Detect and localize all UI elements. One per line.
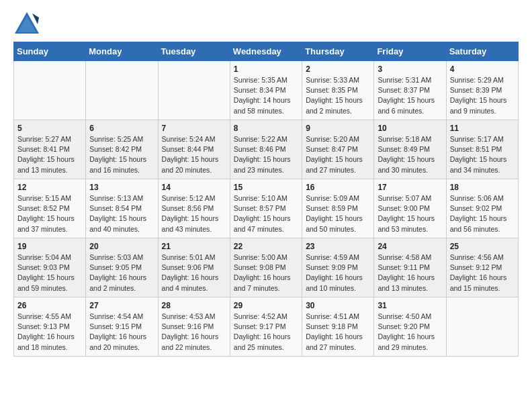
week-row-2: 5Sunrise: 5:27 AM Sunset: 8:41 PM Daylig… [14,120,519,179]
cell-content: Sunrise: 5:13 AM Sunset: 8:54 PM Dayligh… [89,193,154,234]
calendar-cell: 27Sunrise: 4:54 AM Sunset: 9:15 PM Dayli… [86,298,158,357]
day-number: 31 [378,301,442,310]
svg-marker-2 [32,13,39,24]
calendar-cell: 6Sunrise: 5:25 AM Sunset: 8:42 PM Daylig… [86,120,158,179]
page: SundayMondayTuesdayWednesdayThursdayFrid… [0,0,532,367]
weekday-header-sunday: Sunday [14,42,86,61]
calendar-cell [158,61,230,120]
day-number: 28 [162,301,226,310]
day-number: 2 [306,64,370,74]
day-number: 4 [450,64,515,74]
day-number: 8 [234,124,298,133]
calendar-cell: 31Sunrise: 4:50 AM Sunset: 9:20 PM Dayli… [374,298,446,357]
cell-content: Sunrise: 4:51 AM Sunset: 9:18 PM Dayligh… [306,312,370,353]
calendar-cell [446,298,518,357]
cell-content: Sunrise: 5:20 AM Sunset: 8:47 PM Dayligh… [306,134,370,175]
calendar-cell: 5Sunrise: 5:27 AM Sunset: 8:41 PM Daylig… [14,120,86,179]
day-number: 24 [378,242,442,251]
day-number: 21 [162,242,226,251]
day-number: 14 [162,183,226,192]
calendar-cell: 8Sunrise: 5:22 AM Sunset: 8:46 PM Daylig… [230,120,302,179]
cell-content: Sunrise: 5:10 AM Sunset: 8:57 PM Dayligh… [234,193,298,234]
calendar-cell: 19Sunrise: 5:04 AM Sunset: 9:03 PM Dayli… [14,238,86,298]
day-number: 18 [450,183,515,192]
cell-content: Sunrise: 5:18 AM Sunset: 8:49 PM Dayligh… [378,134,442,175]
calendar-cell: 14Sunrise: 5:12 AM Sunset: 8:56 PM Dayli… [158,179,230,238]
cell-content: Sunrise: 4:55 AM Sunset: 9:13 PM Dayligh… [17,312,82,353]
cell-content: Sunrise: 4:53 AM Sunset: 9:16 PM Dayligh… [162,312,226,353]
day-number: 30 [306,301,370,310]
day-number: 19 [17,242,82,251]
calendar-cell: 18Sunrise: 5:06 AM Sunset: 9:02 PM Dayli… [446,179,518,238]
day-number: 12 [17,183,82,192]
weekday-header-saturday: Saturday [446,42,518,61]
weekday-header-friday: Friday [374,42,446,61]
calendar-cell: 13Sunrise: 5:13 AM Sunset: 8:54 PM Dayli… [86,179,158,238]
calendar-cell: 26Sunrise: 4:55 AM Sunset: 9:13 PM Dayli… [14,298,86,357]
week-row-4: 19Sunrise: 5:04 AM Sunset: 9:03 PM Dayli… [14,238,519,298]
day-number: 7 [162,124,226,133]
cell-content: Sunrise: 5:27 AM Sunset: 8:41 PM Dayligh… [17,134,82,175]
calendar-cell: 12Sunrise: 5:15 AM Sunset: 8:52 PM Dayli… [14,179,86,238]
cell-content: Sunrise: 5:33 AM Sunset: 8:35 PM Dayligh… [306,75,370,116]
weekday-header-tuesday: Tuesday [158,42,230,61]
day-number: 3 [378,64,442,74]
calendar-cell: 9Sunrise: 5:20 AM Sunset: 8:47 PM Daylig… [302,120,374,179]
day-number: 10 [378,124,442,133]
day-number: 1 [234,64,298,74]
calendar-cell: 4Sunrise: 5:29 AM Sunset: 8:39 PM Daylig… [446,61,518,120]
cell-content: Sunrise: 5:17 AM Sunset: 8:51 PM Dayligh… [450,134,515,175]
cell-content: Sunrise: 5:24 AM Sunset: 8:44 PM Dayligh… [162,134,226,175]
cell-content: Sunrise: 5:25 AM Sunset: 8:42 PM Dayligh… [89,134,154,175]
day-number: 15 [234,183,298,192]
calendar-cell: 15Sunrise: 5:10 AM Sunset: 8:57 PM Dayli… [230,179,302,238]
weekday-header-monday: Monday [86,42,158,61]
day-number: 29 [234,301,298,310]
cell-content: Sunrise: 4:50 AM Sunset: 9:20 PM Dayligh… [378,312,442,353]
cell-content: Sunrise: 4:54 AM Sunset: 9:15 PM Dayligh… [89,312,154,353]
calendar-cell: 2Sunrise: 5:33 AM Sunset: 8:35 PM Daylig… [302,61,374,120]
calendar-cell: 17Sunrise: 5:07 AM Sunset: 9:00 PM Dayli… [374,179,446,238]
calendar-cell: 23Sunrise: 4:59 AM Sunset: 9:09 PM Dayli… [302,238,374,298]
day-number: 6 [89,124,154,133]
cell-content: Sunrise: 5:22 AM Sunset: 8:46 PM Dayligh… [234,134,298,175]
day-number: 22 [234,242,298,251]
calendar-cell: 10Sunrise: 5:18 AM Sunset: 8:49 PM Dayli… [374,120,446,179]
day-number: 23 [306,242,370,251]
week-row-1: 1Sunrise: 5:35 AM Sunset: 8:34 PM Daylig… [14,61,519,120]
cell-content: Sunrise: 5:01 AM Sunset: 9:06 PM Dayligh… [162,253,226,293]
calendar-table: SundayMondayTuesdayWednesdayThursdayFrid… [13,42,519,357]
cell-content: Sunrise: 5:09 AM Sunset: 8:59 PM Dayligh… [306,193,370,234]
header [13,11,519,35]
cell-content: Sunrise: 5:07 AM Sunset: 9:00 PM Dayligh… [378,193,442,234]
calendar-cell: 21Sunrise: 5:01 AM Sunset: 9:06 PM Dayli… [158,238,230,298]
cell-content: Sunrise: 5:31 AM Sunset: 8:37 PM Dayligh… [378,75,442,116]
calendar-cell: 7Sunrise: 5:24 AM Sunset: 8:44 PM Daylig… [158,120,230,179]
calendar-cell: 22Sunrise: 5:00 AM Sunset: 9:08 PM Dayli… [230,238,302,298]
cell-content: Sunrise: 5:15 AM Sunset: 8:52 PM Dayligh… [17,193,82,234]
logo-icon [13,11,40,35]
calendar-cell: 1Sunrise: 5:35 AM Sunset: 8:34 PM Daylig… [230,61,302,120]
calendar-cell: 16Sunrise: 5:09 AM Sunset: 8:59 PM Dayli… [302,179,374,238]
calendar-cell: 30Sunrise: 4:51 AM Sunset: 9:18 PM Dayli… [302,298,374,357]
cell-content: Sunrise: 4:59 AM Sunset: 9:09 PM Dayligh… [306,253,370,293]
cell-content: Sunrise: 5:35 AM Sunset: 8:34 PM Dayligh… [234,75,298,116]
day-number: 13 [89,183,154,192]
weekday-header-wednesday: Wednesday [230,42,302,61]
calendar-cell [14,61,86,120]
week-row-3: 12Sunrise: 5:15 AM Sunset: 8:52 PM Dayli… [14,179,519,238]
calendar-cell: 20Sunrise: 5:03 AM Sunset: 9:05 PM Dayli… [86,238,158,298]
day-number: 25 [450,242,515,251]
cell-content: Sunrise: 5:29 AM Sunset: 8:39 PM Dayligh… [450,75,515,116]
day-number: 20 [89,242,154,251]
weekday-header-thursday: Thursday [302,42,374,61]
week-row-5: 26Sunrise: 4:55 AM Sunset: 9:13 PM Dayli… [14,298,519,357]
calendar-cell: 28Sunrise: 4:53 AM Sunset: 9:16 PM Dayli… [158,298,230,357]
day-number: 17 [378,183,442,192]
cell-content: Sunrise: 4:58 AM Sunset: 9:11 PM Dayligh… [378,253,442,293]
day-number: 16 [306,183,370,192]
day-number: 27 [89,301,154,310]
day-number: 11 [450,124,515,133]
cell-content: Sunrise: 5:12 AM Sunset: 8:56 PM Dayligh… [162,193,226,234]
calendar-cell [86,61,158,120]
